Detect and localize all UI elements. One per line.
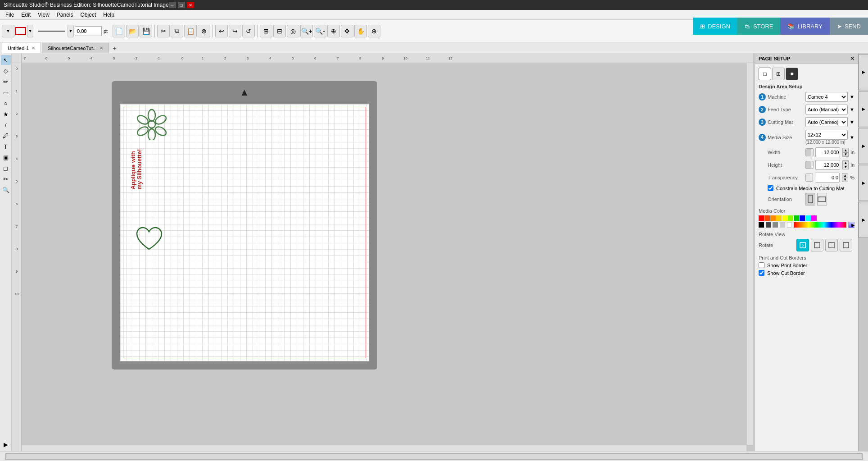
menu-object[interactable]: Object xyxy=(77,11,100,19)
gradient-arrow[interactable]: ▶ xyxy=(848,222,854,228)
delete-button[interactable]: ⊗ xyxy=(198,25,210,37)
swatch-gray[interactable] xyxy=(773,222,778,228)
tab-untitled-close[interactable]: ✕ xyxy=(32,46,35,50)
rotate-90-button[interactable] xyxy=(811,239,823,251)
line-weight-input[interactable]: 0.00 xyxy=(75,26,102,36)
width-down-button[interactable]: ▼ xyxy=(842,152,849,157)
media-size-dropdown-icon[interactable]: ▼ xyxy=(850,135,854,140)
swatch-magenta[interactable] xyxy=(811,215,817,221)
transparency-down-button[interactable]: ▼ xyxy=(842,178,848,182)
width-up-button[interactable]: ▲ xyxy=(842,148,849,152)
close-button[interactable]: ✕ xyxy=(187,2,194,8)
machine-dropdown-icon[interactable]: ▼ xyxy=(850,94,854,100)
copy-button[interactable]: ⧉ xyxy=(171,25,183,37)
swatch-white[interactable] xyxy=(787,222,792,228)
pan-button[interactable]: ✋ xyxy=(354,25,367,37)
cut-button[interactable]: ✂ xyxy=(157,25,170,37)
design-tab-white[interactable]: □ xyxy=(759,68,771,80)
zoom-in-button[interactable]: 🔍+ xyxy=(300,25,313,37)
save-button[interactable]: 💾 xyxy=(140,25,152,37)
menu-file[interactable]: File xyxy=(2,11,18,19)
menu-panels[interactable]: Panels xyxy=(53,11,77,19)
sketch-tool[interactable]: ✏ xyxy=(1,77,11,87)
swatch-black[interactable] xyxy=(759,222,764,228)
feed-type-select[interactable]: Auto (Manual) Manual Roll xyxy=(805,105,848,114)
portrait-button[interactable] xyxy=(805,193,815,205)
width-input[interactable]: 12.000 xyxy=(815,147,840,157)
undo-button[interactable]: ↩ xyxy=(215,25,228,37)
line-tool[interactable]: / xyxy=(1,120,11,130)
swatch-orange-red[interactable] xyxy=(764,215,770,221)
edge-tab-3[interactable]: ▶ xyxy=(859,128,868,164)
swatch-yellow[interactable] xyxy=(782,215,787,221)
select-tool[interactable]: ↖ xyxy=(1,55,11,65)
minimize-button[interactable]: ─ xyxy=(169,2,176,8)
color-indicator[interactable] xyxy=(15,27,26,35)
swatch-lime[interactable] xyxy=(788,215,793,221)
horizontal-scrollbar[interactable] xyxy=(22,445,746,451)
constrain-checkbox[interactable] xyxy=(768,185,773,191)
add-tab-button[interactable]: + xyxy=(110,44,119,53)
paste-button[interactable]: 📋 xyxy=(184,25,197,37)
send-nav-button[interactable]: ➤ SEND xyxy=(830,18,868,35)
open-button[interactable]: 📂 xyxy=(126,25,139,37)
library-nav-button[interactable]: 📚 LIBRARY xyxy=(780,18,829,35)
fill-tool[interactable]: ▣ xyxy=(1,152,11,162)
redo-button[interactable]: ↪ xyxy=(229,25,241,37)
knife-tool[interactable]: ✂ xyxy=(1,174,11,184)
line-style-dropdown[interactable]: ▼ xyxy=(68,25,74,37)
zoom-page-button[interactable]: ✥ xyxy=(341,25,353,37)
color-gradient-picker[interactable] xyxy=(794,222,846,228)
swatch-light-gray[interactable] xyxy=(780,222,785,228)
menu-view[interactable]: View xyxy=(34,11,53,19)
swatch-dark-gray[interactable] xyxy=(766,222,771,228)
rotate-180-button[interactable] xyxy=(825,239,838,251)
edge-tab-5[interactable]: ▶ xyxy=(859,202,868,238)
landscape-button[interactable] xyxy=(817,193,827,205)
height-down-button[interactable]: ▼ xyxy=(842,165,849,169)
panel-close-button[interactable]: ✕ xyxy=(850,55,854,62)
edge-tab-2[interactable]: ▶ xyxy=(859,91,868,127)
color-dropdown-button[interactable]: ▼ xyxy=(27,25,33,37)
maximize-button[interactable]: □ xyxy=(178,2,185,8)
cutting-mat-dropdown-icon[interactable]: ▼ xyxy=(850,119,854,125)
design-tab-grid[interactable]: ⊞ xyxy=(772,68,785,80)
store-nav-button[interactable]: 🛍 STORE xyxy=(737,18,781,35)
transparency-up-button[interactable]: ▲ xyxy=(842,173,848,178)
pen-tool[interactable]: 🖊 xyxy=(1,131,11,141)
add-button[interactable]: ⊕ xyxy=(368,25,380,37)
menu-help[interactable]: Help xyxy=(99,11,118,19)
design-nav-button[interactable]: ⊞ DESIGN xyxy=(693,18,737,35)
swatch-cyan[interactable] xyxy=(805,215,811,221)
edge-tab-4[interactable]: ▶ xyxy=(859,165,868,201)
swatch-gold[interactable] xyxy=(776,215,782,221)
transparency-input[interactable]: 0.0 xyxy=(815,173,840,183)
show-print-border-checkbox[interactable] xyxy=(759,262,764,268)
swatch-orange[interactable] xyxy=(770,215,776,221)
edge-tab-1[interactable]: ▶ xyxy=(859,54,868,90)
media-size-select[interactable]: 12x12 12x24 xyxy=(805,130,848,140)
deselect-button[interactable]: ⊟ xyxy=(273,25,286,37)
tab-untitled[interactable]: Untitled-1 ✕ xyxy=(2,43,41,53)
new-button[interactable]: 📄 xyxy=(113,25,125,37)
zoom-fit-button[interactable]: ⊕ xyxy=(327,25,340,37)
zoom-tool[interactable]: 🔍 xyxy=(1,185,11,195)
design-tab-dark[interactable]: ■ xyxy=(786,68,798,80)
height-up-button[interactable]: ▲ xyxy=(842,160,849,165)
eraser-tool[interactable]: ◻ xyxy=(1,163,11,173)
vertical-scrollbar[interactable] xyxy=(746,63,753,445)
zoom-out-button[interactable]: 🔍- xyxy=(314,25,326,37)
height-input[interactable]: 12.000 xyxy=(815,160,840,170)
rect-tool[interactable]: ▭ xyxy=(1,87,11,97)
rotate-0-button[interactable]: 0 xyxy=(796,239,809,251)
swatch-blue[interactable] xyxy=(800,215,805,221)
node-tool[interactable]: ◇ xyxy=(1,66,11,76)
tab-tutorial[interactable]: SilhouetteCameoTut... ✕ xyxy=(42,43,109,53)
redo2-button[interactable]: ↺ xyxy=(242,25,255,37)
ellipse-tool[interactable]: ○ xyxy=(1,98,11,108)
show-cut-border-checkbox[interactable] xyxy=(759,270,764,276)
menu-edit[interactable]: Edit xyxy=(18,11,34,19)
cutting-mat-select[interactable]: Auto (Cameo) 12x12 None xyxy=(805,117,848,127)
feed-type-dropdown-icon[interactable]: ▼ xyxy=(850,107,854,112)
expand-button[interactable]: ▶ xyxy=(1,439,11,449)
